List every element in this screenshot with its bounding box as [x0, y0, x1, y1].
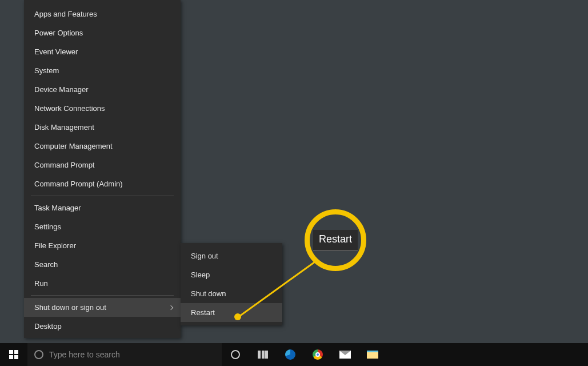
- file-explorer-icon: [367, 351, 378, 359]
- menu-divider: [31, 295, 174, 296]
- menu-item-label: Computer Management: [34, 142, 113, 150]
- search-placeholder: Type here to search: [49, 350, 120, 359]
- menu-item-task-manager[interactable]: Task Manager: [24, 198, 181, 217]
- menu-item-label: Run: [34, 279, 48, 288]
- menu-item-file-explorer[interactable]: File Explorer: [24, 236, 181, 255]
- menu-item-command-prompt[interactable]: Command Prompt: [24, 156, 181, 174]
- menu-item-device-manager[interactable]: Device Manager: [24, 80, 181, 99]
- menu-item-desktop[interactable]: Desktop: [24, 317, 181, 336]
- taskbar: Type here to search: [0, 343, 588, 366]
- menu-item-settings[interactable]: Settings: [24, 217, 181, 236]
- winx-context-menu: Apps and Features Power Options Event Vi…: [24, 0, 181, 338]
- menu-item-label: Settings: [34, 222, 61, 231]
- menu-item-search[interactable]: Search: [24, 255, 181, 274]
- menu-item-apps-and-features[interactable]: Apps and Features: [24, 5, 181, 23]
- taskbar-app-edge[interactable]: [277, 343, 304, 366]
- taskbar-app-chrome[interactable]: [304, 343, 331, 366]
- submenu-item-sleep[interactable]: Sleep: [181, 265, 282, 284]
- menu-item-run[interactable]: Run: [24, 274, 181, 293]
- search-icon: [34, 350, 43, 359]
- menu-item-label: Device Manager: [34, 85, 89, 94]
- menu-item-event-viewer[interactable]: Event Viewer: [24, 42, 181, 61]
- annotation-dot: [234, 313, 241, 320]
- submenu-item-label: Sign out: [191, 252, 218, 260]
- menu-item-shut-down-or-sign-out[interactable]: Shut down or sign out: [24, 298, 181, 317]
- cortana-icon: [231, 350, 240, 359]
- cortana-button[interactable]: [222, 343, 249, 366]
- task-view-icon: [258, 351, 268, 359]
- chrome-icon: [313, 349, 323, 360]
- taskbar-app-file-explorer[interactable]: [359, 343, 386, 366]
- taskbar-search[interactable]: Type here to search: [27, 343, 222, 366]
- menu-item-label: Disk Management: [34, 123, 94, 132]
- menu-item-label: Event Viewer: [34, 47, 78, 56]
- submenu-item-sign-out[interactable]: Sign out: [181, 246, 282, 265]
- windows-logo-icon: [9, 350, 18, 359]
- taskbar-app-mail[interactable]: [331, 343, 359, 366]
- menu-item-label: Network Connections: [34, 104, 105, 113]
- menu-item-power-options[interactable]: Power Options: [24, 23, 181, 42]
- menu-item-label: Power Options: [34, 29, 83, 37]
- chevron-right-icon: [169, 305, 173, 309]
- edge-icon: [285, 349, 295, 360]
- submenu-item-label: Sleep: [191, 270, 210, 279]
- menu-item-label: Command Prompt (Admin): [34, 180, 123, 188]
- menu-item-command-prompt-admin[interactable]: Command Prompt (Admin): [24, 174, 181, 193]
- annotation-circle: Restart: [305, 209, 366, 271]
- menu-divider: [31, 196, 174, 196]
- menu-item-label: Shut down or sign out: [34, 303, 106, 312]
- menu-item-computer-management[interactable]: Computer Management: [24, 137, 181, 156]
- menu-item-label: Task Manager: [34, 204, 81, 212]
- menu-item-network-connections[interactable]: Network Connections: [24, 99, 181, 118]
- menu-item-label: Desktop: [34, 322, 62, 331]
- mail-icon: [339, 351, 351, 359]
- menu-item-label: Search: [34, 260, 58, 269]
- shutdown-submenu: Sign out Sleep Shut down Restart: [181, 243, 282, 325]
- start-button[interactable]: [0, 343, 27, 366]
- submenu-item-shut-down[interactable]: Shut down: [181, 284, 282, 303]
- submenu-item-restart[interactable]: Restart: [181, 303, 282, 322]
- submenu-item-label: Shut down: [191, 289, 226, 298]
- submenu-item-label: Restart: [191, 308, 215, 317]
- menu-item-disk-management[interactable]: Disk Management: [24, 118, 181, 137]
- menu-item-label: System: [34, 66, 59, 75]
- menu-item-label: Apps and Features: [34, 10, 97, 18]
- menu-item-system[interactable]: System: [24, 61, 181, 80]
- annotation-label: Restart: [313, 230, 358, 251]
- menu-item-label: File Explorer: [34, 241, 76, 250]
- menu-item-label: Command Prompt: [34, 161, 94, 169]
- task-view-button[interactable]: [249, 343, 277, 366]
